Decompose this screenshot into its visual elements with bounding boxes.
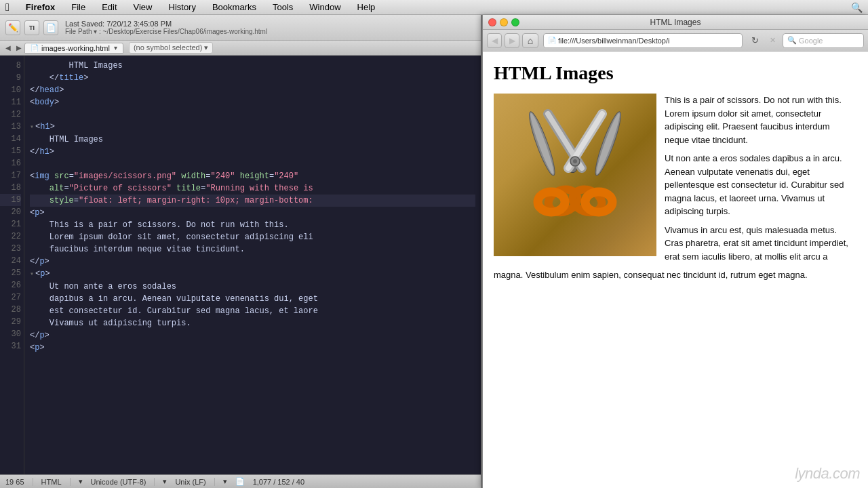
para2-line5: adipiscing turpis. [665,206,730,216]
status-syntax[interactable]: HTML [41,478,71,486]
menu-file[interactable]: File [68,2,88,12]
code-line-13: ▾<h1> [30,121,475,134]
para1-line2: Lorem ipsum dolor sit amet, consectetur [665,108,821,119]
line-numbers: 8 9 10 11 12 13 14 15 16 17 18 19 20 21 … [0,56,24,474]
paragraph-2: Ut non ante a eros sodales dapibus a in … [665,152,857,218]
para2-line3: pellentesque est consectetur id. Curabit… [665,180,844,190]
browser-toolbar: ◀ ▶ ⌂ 📄 file:///Users/billweinman/Deskto… [483,30,868,52]
code-content[interactable]: HTML Images </title> </head> <body> ▾<h1… [24,56,481,474]
para2-line2: Aenean vulputate venenatis dui, eget [665,167,810,177]
symbol-dropdown-arrow: ▾ [204,43,208,52]
code-line-22: Lorem ipsum dolor sit amet, consectetur … [30,231,475,243]
para2-line1: Ut non ante a eros sodales dapibus a in … [665,153,842,163]
search-glass-icon: 🔍 [787,36,797,45]
menu-search-area: 🔍 [851,2,863,13]
file-icon: 📄 [43,20,58,35]
code-line-8: HTML Images [30,60,475,72]
status-dropdown-ending[interactable]: ▾ [223,477,227,486]
status-line-col: 19 65 [5,478,33,486]
code-line-28: est consectetur id. Curabitur sed magna … [30,305,475,317]
floated-text: This is a pair of scissors. Do not run w… [665,94,857,268]
apple-menu[interactable]:  [5,1,9,14]
stop-button[interactable]: ✕ [765,33,780,48]
menu-firefox[interactable]: Firefox [23,2,58,12]
tab-forward-btn[interactable]: ▶ [14,44,24,52]
code-line-19: style="float: left; margin-right: 10px; … [30,195,475,207]
tab-bar: ◀ ▶ 📄 images-working.html ▾ (no symbol s… [0,41,481,56]
file-path: File Path ▾ : ~/Desktop/Exercise Files/C… [65,28,267,35]
scissors-svg [507,107,643,243]
code-line-17: <img src="images/scissors.png" width="24… [30,170,475,182]
page-body: This is a pair of scissors. Do not run w… [494,94,857,282]
browser-window: HTML Images ◀ ▶ ⌂ 📄 file:///Users/billwe… [481,15,868,488]
code-area[interactable]: 8 9 10 11 12 13 14 15 16 17 18 19 20 21 … [0,56,481,474]
html-icon: TI [24,20,39,35]
menu-window[interactable]: Window [307,2,343,12]
paragraph-3-continued: magna. Vestibulum enim sapien, consequat… [494,268,857,282]
para1-line3: adipiscing elit. Praesent faucibus inter… [665,121,830,131]
code-line-23: faucibus interdum neque vitae tincidunt. [30,243,475,256]
code-line-25: ▾<p> [30,268,475,281]
url-bar[interactable]: 📄 file:///Users/billweinman/Desktop/i [543,33,743,48]
browser-titlebar: HTML Images [483,15,868,30]
forward-button[interactable]: ▶ [505,33,519,48]
tab-filename: images-working.html [41,44,110,52]
code-line-9: </title> [30,72,475,84]
lynda-watermark: lynda.com [795,465,860,483]
menu-history[interactable]: History [166,2,199,12]
code-line-29: Vivamus ut adipiscing turpis. [30,317,475,329]
scissors-image [494,94,656,256]
para2-line4: magna lacus, et laoreet urna. Vivamus ut [665,193,825,203]
url-text: file:///Users/billweinman/Desktop/i [558,37,669,45]
code-line-14: HTML Images [30,134,475,146]
menu-tools[interactable]: Tools [270,2,296,12]
active-tab[interactable]: 📄 images-working.html ▾ [24,43,123,54]
browser-title: HTML Images [650,18,701,27]
status-dropdown-encoding[interactable]: ▾ [163,477,167,486]
browser-traffic-lights [488,18,519,26]
menu-edit[interactable]: Edit [99,2,119,12]
code-line-20: <p> [30,207,475,219]
editor-toolbar: ✏️ TI 📄 Last Saved: 7/20/12 3:45:08 PM F… [0,15,481,41]
reload-button[interactable]: ↻ [747,33,762,48]
main-layout: ✏️ TI 📄 Last Saved: 7/20/12 3:45:08 PM F… [0,15,868,488]
code-line-11: <body> [30,96,475,108]
para3-line3: erat sem iaculis libero, at mollis elit … [665,251,828,262]
search-bar[interactable]: 🔍 Google [783,33,864,48]
code-line-31: <p> [30,342,475,354]
menu-bookmarks[interactable]: Bookmarks [210,2,259,12]
para3-line4: magna. Vestibulum enim sapien, consequat… [494,270,808,280]
para3-line1: Vivamus in arcu est, quis malesuada metu… [665,225,837,235]
page-heading: HTML Images [494,62,857,84]
svg-rect-0 [507,107,643,243]
code-line-10: </head> [30,84,475,96]
code-line-15: </h1> [30,146,475,158]
back-button[interactable]: ◀ [487,33,502,48]
browser-content: HTML Images [483,52,868,488]
maximize-button[interactable] [511,18,519,26]
menu-view[interactable]: View [131,2,155,12]
minimize-button[interactable] [500,18,508,26]
code-line-16 [30,158,475,170]
editor-meta: Last Saved: 7/20/12 3:45:08 PM File Path… [65,20,267,35]
symbol-selector[interactable]: (no symbol selected) ▾ [129,42,214,54]
code-line-27: dapibus a in arcu. Aenean vulputate vene… [30,293,475,305]
code-line-12 [30,108,475,121]
status-encoding[interactable]: Unicode (UTF-8) [91,478,155,486]
status-dropdown-syntax[interactable]: ▾ [79,477,83,486]
close-button[interactable] [488,18,496,26]
svg-point-13 [573,159,577,163]
paragraph-3: Vivamus in arcu est, quis malesuada metu… [665,224,857,264]
code-line-26: Ut non ante a eros sodales [30,281,475,293]
para1-line1: This is a pair of scissors. Do not run w… [665,95,842,105]
home-button[interactable]: ⌂ [522,33,538,48]
paragraph-1: This is a pair of scissors. Do not run w… [665,94,857,146]
file-icon-status: 📄 [235,477,245,486]
status-line-ending[interactable]: Unix (LF) [175,478,214,486]
tab-back-btn[interactable]: ◀ [3,44,14,52]
mac-menu-bar:  Firefox File Edit View History Bookmar… [0,0,868,15]
menu-help[interactable]: Help [355,2,378,12]
tab-dropdown-arrow[interactable]: ▾ [114,44,117,52]
status-col: 65 [16,478,24,486]
code-line-30: </p> [30,329,475,342]
